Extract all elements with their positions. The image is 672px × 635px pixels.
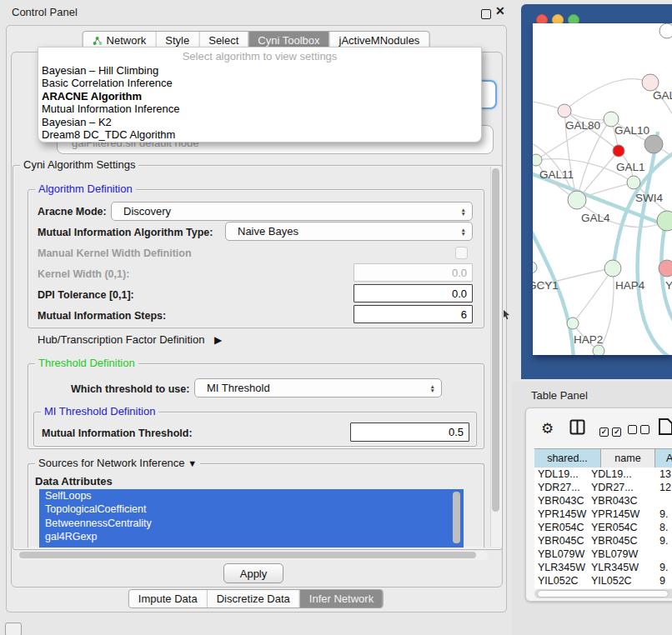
attributes-scrollbar-thumb[interactable] (453, 492, 460, 543)
tab-label: Select (208, 34, 238, 47)
table-cell: YBR043C (591, 495, 656, 507)
manual-kernel-label: Manual Kernel Width Definition (38, 248, 192, 259)
table-row[interactable]: YBR045CYBR045C9. (534, 534, 672, 548)
data-attribute-item[interactable]: SelfLoops (39, 489, 464, 502)
kernel-width-label: Kernel Width (0,1): (38, 268, 129, 280)
table-row[interactable]: YLR345WYLR345W9. (534, 561, 672, 574)
column-header[interactable]: A (655, 449, 672, 468)
algorithm-option[interactable]: Basic Correlation Inference (38, 77, 481, 89)
select-all-checkboxes-icon[interactable]: ✓ ✓ (599, 422, 621, 438)
network-node-gal80[interactable] (558, 104, 571, 118)
deselect-all-checkboxes-icon[interactable] (628, 422, 649, 438)
tab-label: jActiveMNodules (339, 34, 420, 47)
checked-box-icon: ✓ (599, 428, 609, 437)
algorithm-option[interactable]: Mutual Information Inference (38, 102, 481, 115)
hub-definition-toggle[interactable]: Hub/Transcription Factor Definition ▶ (38, 333, 222, 346)
which-threshold-select[interactable]: MI Threshold ▲▼ (194, 378, 442, 398)
settings-horizontal-scrollbar[interactable] (17, 551, 488, 560)
table-panel: Table Panel ⚙ ✓ ✓ shared...nameA YDL19..… (512, 382, 672, 635)
algorithm-option[interactable]: Dream8 DC_TDC Algorithm (38, 128, 481, 141)
control-panel-title: Control Panel (12, 6, 78, 18)
apply-button[interactable]: Apply (223, 563, 283, 583)
mi-steps-field[interactable]: 6 (354, 305, 473, 323)
tab-infer-network[interactable]: Infer Network (299, 590, 383, 608)
network-node[interactable] (657, 211, 672, 231)
data-attribute-item[interactable]: gal4RGexp (39, 530, 464, 543)
table-horizontal-scrollbar-thumb[interactable] (537, 590, 669, 598)
algorithm-dropdown-placeholder: Select algorithm to view settings (38, 50, 481, 62)
network-node-gal4[interactable] (568, 191, 586, 209)
table-row[interactable]: YER054CYER054C8. (534, 521, 672, 534)
tab-discretize-data[interactable]: Discretize Data (207, 590, 299, 608)
table-cell: YPR145W (591, 508, 656, 520)
node-label: GAL1 (616, 161, 645, 173)
column-header[interactable]: shared... (534, 449, 601, 468)
mi-type-select[interactable]: Naive Bayes ▲▼ (225, 222, 473, 241)
kernel-width-field[interactable]: 0.0 (354, 263, 473, 282)
tab-impute-data[interactable]: Impute Data (129, 590, 207, 608)
mi-threshold-label: Mutual Information Threshold: (42, 428, 193, 439)
network-node[interactable] (593, 345, 604, 355)
table-cell: YBR045C (591, 535, 656, 547)
data-attribute-item[interactable]: BetweennessCentrality (39, 517, 464, 530)
threshold-definition-title: Threshold Definition (35, 357, 138, 369)
network-node-hap2[interactable] (567, 318, 579, 329)
table-row[interactable]: YDL19...YDL19...13 (534, 468, 672, 481)
table-cell: YBR043C (534, 495, 591, 507)
data-attribute-item[interactable]: TopologicalCoefficient (39, 502, 464, 516)
table-row[interactable]: YDR27...YDR27...12 (534, 481, 672, 494)
dpi-tolerance-field[interactable]: 0.0 (354, 284, 473, 302)
network-node-gal1[interactable] (613, 145, 624, 157)
settings-vertical-scrollbar[interactable] (490, 167, 501, 547)
manual-kernel-checkbox[interactable] (455, 247, 468, 259)
algorithm-option[interactable]: ARACNE Algorithm (38, 90, 481, 102)
node-label: GAL11 (539, 168, 574, 181)
node-label: GAL7 (653, 89, 672, 102)
node-label: SWI4 (635, 192, 663, 204)
tab-label: Style (165, 34, 189, 47)
document-icon[interactable] (658, 418, 672, 436)
data-attributes-label: Data Attributes (35, 475, 113, 488)
table-cell: YBR045C (534, 535, 591, 547)
network-node-swi4[interactable] (627, 176, 640, 189)
table-row[interactable]: YPR145WYPR145W9. (534, 508, 672, 521)
network-node-gal11[interactable] (533, 154, 542, 166)
table-horizontal-scrollbar[interactable] (534, 589, 672, 598)
gear-icon[interactable]: ⚙ (541, 420, 554, 438)
spinner-arrows-icon: ▲▼ (461, 228, 466, 236)
network-node[interactable] (644, 135, 663, 153)
aracne-mode-value: Discovery (123, 205, 171, 218)
algorithm-option[interactable]: Bayesian – K2 (38, 116, 481, 128)
table-row[interactable]: YIL052CYIL052C9 (534, 574, 672, 588)
table-cell: YLR345W (534, 562, 591, 573)
aracne-mode-select[interactable]: Discovery ▲▼ (111, 202, 473, 221)
table-cell: YIL052C (591, 575, 656, 587)
table-row[interactable]: YBL079WYBL079W (534, 548, 672, 561)
settings-horizontal-scrollbar-thumb[interactable] (19, 552, 476, 558)
table-cell: 9. (656, 508, 668, 520)
network-node-gcy1[interactable] (533, 262, 537, 273)
mouse-cursor-icon (503, 309, 511, 320)
network-node-gal7[interactable] (642, 74, 659, 91)
sources-group-title[interactable]: Sources for Network Inference ▼ (35, 457, 200, 469)
network-node-hap4[interactable] (604, 260, 621, 277)
table-panel-title: Table Panel (531, 389, 588, 402)
algorithm-option[interactable]: Bayesian – Hill Climbing (38, 64, 481, 77)
collapse-down-icon: ▼ (188, 458, 197, 468)
network-canvas[interactable]: GAL7GAL80GAL10GAL1GAL11SWI4GAL4GCY1HAP4Y… (533, 23, 672, 355)
network-node[interactable] (659, 23, 672, 38)
expand-right-icon: ▶ (214, 334, 222, 346)
float-window-icon[interactable] (481, 9, 491, 19)
column-layout-icon[interactable] (569, 419, 585, 435)
algorithm-definition-title: Algorithm Definition (35, 182, 136, 195)
table-row[interactable]: YBR043CYBR043C (534, 494, 672, 508)
mi-threshold-field[interactable]: 0.5 (350, 422, 469, 442)
settings-vertical-scrollbar-thumb[interactable] (492, 168, 499, 512)
node-label: GAL10 (614, 124, 649, 137)
column-header[interactable]: name (601, 449, 655, 468)
close-icon[interactable]: ✕ (495, 4, 505, 18)
network-node-y[interactable] (659, 260, 672, 277)
collapsed-panel-button[interactable] (5, 622, 22, 635)
table-cell: 12 (656, 482, 671, 493)
table-cell: YER054C (534, 522, 591, 533)
